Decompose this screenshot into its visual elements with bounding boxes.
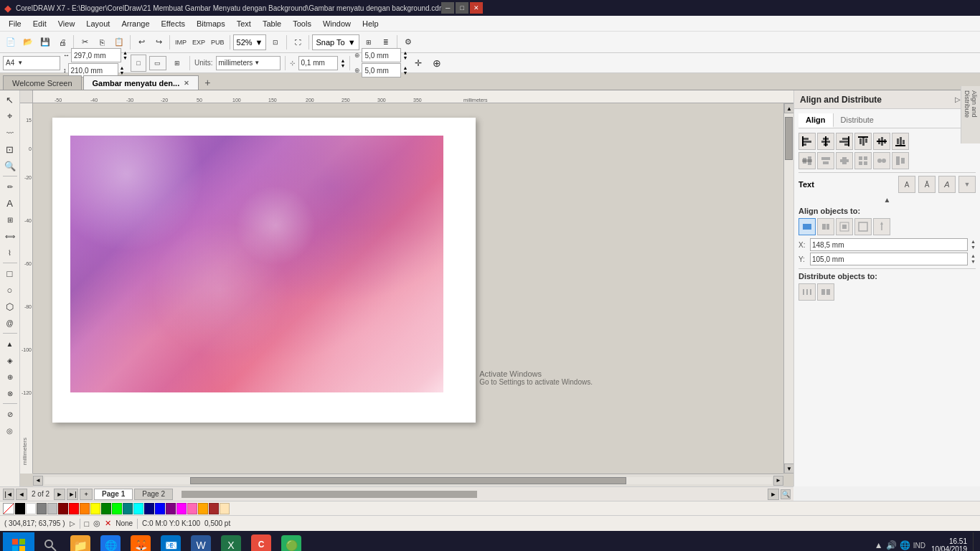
color-swatch-white[interactable]: [26, 503, 36, 514]
hscroll-track-bottom[interactable]: [174, 491, 766, 498]
align-plus-button[interactable]: ⊕: [429, 55, 445, 71]
paint-tool[interactable]: ⊗: [2, 385, 18, 401]
select-tool[interactable]: ↖: [2, 92, 18, 108]
color-swatch-magenta[interactable]: [176, 503, 187, 514]
minimize-button[interactable]: ─: [441, 2, 454, 14]
ysize-spinner[interactable]: ▲▼: [402, 65, 407, 75]
excel-taskbar[interactable]: X: [217, 532, 245, 551]
spiral-tool[interactable]: @: [2, 315, 18, 331]
color-swatch-blue[interactable]: [155, 503, 165, 514]
menu-table[interactable]: Table: [257, 18, 287, 29]
menu-layout[interactable]: Layout: [80, 18, 116, 29]
collapse-arrow[interactable]: ▲: [884, 196, 891, 204]
distribute-2[interactable]: [817, 283, 834, 301]
page-prev-button[interactable]: ◄: [16, 489, 27, 500]
text-align-2[interactable]: Ā: [918, 176, 936, 193]
align-right-button[interactable]: [836, 133, 853, 150]
scroll-thumb-vertical[interactable]: [785, 117, 793, 160]
portrait-button[interactable]: □: [131, 55, 146, 72]
scroll-right-button[interactable]: ►: [773, 476, 783, 486]
text-align-3[interactable]: A: [938, 176, 956, 193]
app4-taskbar[interactable]: 🦊: [126, 532, 155, 551]
color-swatch-black[interactable]: [15, 503, 25, 514]
units-field[interactable]: millimeters ▼: [216, 56, 281, 70]
align-center-v-button[interactable]: [873, 133, 890, 150]
align-to-4[interactable]: [854, 218, 872, 235]
y-coord-spinner[interactable]: ▲▼: [971, 253, 976, 265]
page-end-scroll[interactable]: ►: [768, 489, 779, 500]
no-color-swatch[interactable]: [3, 503, 14, 514]
import-button[interactable]: IMP: [173, 34, 189, 50]
menu-window[interactable]: Window: [317, 18, 357, 29]
file-explorer-taskbar[interactable]: 📁: [66, 532, 95, 551]
undo-button[interactable]: ↩: [133, 34, 149, 50]
scroll-left-button[interactable]: ◄: [33, 476, 43, 486]
eyedropper-tool[interactable]: ⊕: [2, 369, 18, 385]
export-button[interactable]: EXP: [190, 34, 207, 50]
color-swatch-darkgreen[interactable]: [101, 503, 111, 514]
text-align-1[interactable]: A: [898, 176, 915, 193]
width-spinner[interactable]: ▲▼: [123, 50, 128, 60]
color-swatch-yellow[interactable]: [90, 503, 100, 514]
start-button[interactable]: [3, 532, 34, 551]
distribute-tab[interactable]: Distribute: [834, 113, 881, 128]
menu-help[interactable]: Help: [357, 18, 385, 29]
new-button[interactable]: 📄: [3, 34, 19, 50]
align-tab[interactable]: Align: [798, 113, 834, 128]
scroll-down-button[interactable]: ▼: [784, 463, 793, 474]
show-desktop-button[interactable]: [973, 532, 977, 551]
page-last-button[interactable]: ►|: [67, 489, 78, 500]
menu-edit[interactable]: Edit: [27, 18, 52, 29]
shape-tool[interactable]: ⌖: [2, 108, 18, 124]
color-swatch-cyan[interactable]: [133, 503, 143, 514]
tray-icon-1[interactable]: ▲: [875, 540, 883, 550]
scroll-thumb-horizontal[interactable]: [190, 477, 626, 484]
fill-tool[interactable]: ▲: [2, 336, 18, 352]
redo-button[interactable]: ↪: [151, 34, 166, 50]
menu-effects[interactable]: Effects: [156, 18, 191, 29]
page-settings-button[interactable]: ⊞: [169, 55, 185, 71]
ellipse-tool[interactable]: ○: [2, 282, 18, 298]
color-swatch-purple[interactable]: [166, 503, 176, 514]
align-to-5[interactable]: [873, 218, 890, 235]
hscroll-thumb-bottom[interactable]: [182, 491, 478, 498]
text-tool[interactable]: A: [2, 195, 18, 211]
color-swatch-silver[interactable]: [47, 503, 57, 514]
tab-close-icon[interactable]: ✕: [184, 80, 189, 87]
align-top-button[interactable]: [854, 133, 872, 150]
interactive-tool[interactable]: ⊘: [2, 406, 18, 422]
dimension-tool[interactable]: ⟺: [2, 228, 18, 244]
full-screen-button[interactable]: ⛶: [290, 34, 306, 50]
nudge-field[interactable]: 0,1 mm: [298, 56, 338, 70]
ysize-field[interactable]: 5,0 mm: [362, 63, 401, 77]
menu-bitmaps[interactable]: Bitmaps: [191, 18, 231, 29]
clock[interactable]: 16.51 10/04/2019: [931, 537, 971, 551]
tab-add-button[interactable]: +: [200, 75, 215, 90]
rectangle-tool[interactable]: □: [2, 265, 18, 281]
align-l2-5[interactable]: [873, 152, 890, 169]
close-button[interactable]: ✕: [470, 2, 483, 14]
align-l2-1[interactable]: [798, 152, 816, 169]
page-tab-2[interactable]: Page 2: [134, 489, 173, 500]
align-bottom-button[interactable]: [892, 133, 909, 150]
align-to-2[interactable]: [817, 218, 834, 235]
network-icon[interactable]: 🌐: [900, 540, 910, 550]
app5-taskbar[interactable]: 📧: [156, 532, 185, 551]
transparency-tool[interactable]: ◎: [2, 423, 18, 438]
smart-fill-tool[interactable]: ◈: [2, 352, 18, 368]
scroll-up-button[interactable]: ▲: [784, 103, 793, 113]
transform-button[interactable]: ✛: [410, 55, 426, 71]
color-swatch-gray[interactable]: [37, 503, 47, 514]
color-swatch-red[interactable]: [69, 503, 79, 514]
menu-arrange[interactable]: Arrange: [116, 18, 155, 29]
xsize-field[interactable]: 5,0 mm: [362, 48, 401, 62]
nudge-spinner[interactable]: ▲▼: [341, 58, 346, 68]
menu-tools[interactable]: Tools: [287, 18, 317, 29]
menu-file[interactable]: File: [3, 18, 27, 29]
corel-taskbar[interactable]: C: [247, 532, 275, 551]
color-swatch-navy[interactable]: [144, 503, 154, 514]
maximize-button[interactable]: □: [456, 2, 468, 14]
align-l2-4[interactable]: [854, 152, 872, 169]
page-first-button[interactable]: |◄: [3, 489, 14, 500]
color-swatch-moccasin[interactable]: [220, 503, 230, 514]
